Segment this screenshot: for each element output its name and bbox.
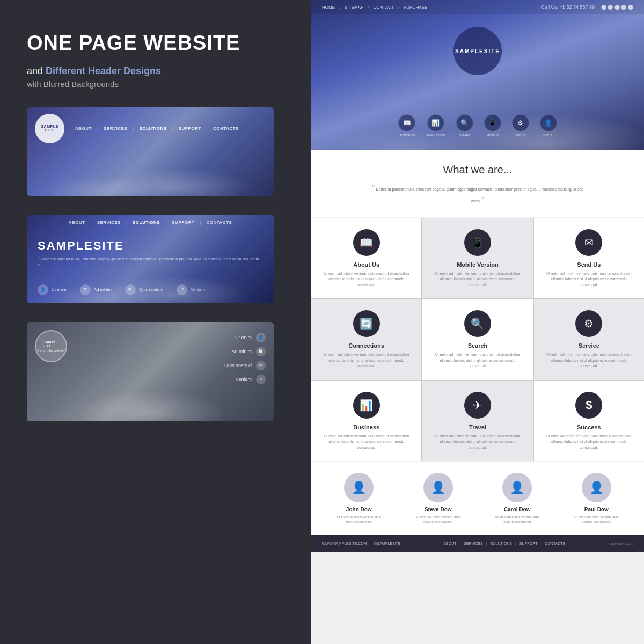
website-logo-text: SAMPLESITE [455, 48, 500, 54]
hero-label-smart: SMART [459, 134, 470, 137]
connections-desc: Ut enim ad minim veniam, quis nostrud ex… [319, 352, 413, 369]
nav-home: HOME [322, 5, 335, 10]
website-footer: WWW.SAMPLESITE.COM | @SAMPLESITE ABOUT |… [311, 535, 644, 552]
card3-nav-right: Ut enim 👤 Ad minim 📋 Quis nostrud ✉ Veni… [224, 333, 266, 384]
website-top-nav: HOME / SITEMAP / CONTACT / PURCHASE Call… [311, 0, 644, 14]
card2-solutions: SOLUTIONS [133, 220, 160, 225]
what-quote: " Donec ut placerat nulla. Praesent sagi… [370, 182, 585, 207]
sendus-desc: Ut enim ad minim veniam, quis nostrud ex… [542, 271, 636, 288]
card3-label-quis: Quis nostrud [224, 363, 252, 368]
hero-icon-marketing: 📊 MARKETING [426, 114, 445, 137]
social-links: ⬤ ⬤ ⬤ ⬤ ⬤ [601, 4, 633, 10]
footer-services: SERVICES [464, 541, 482, 545]
nav-sitemap: SITEMAP [345, 5, 363, 10]
carol-avatar: 👤 [502, 473, 532, 502]
card1-nav-contacts: CONTACTS [213, 126, 239, 131]
steve-avatar: 👤 [423, 473, 453, 502]
service-search: 🔍 Search Ut enim ad minim veniam, quis n… [422, 299, 532, 380]
hero-label-marketing: MARKETING [426, 134, 445, 137]
header-card-2: ABOUT | SERVICES | SOLUTIONS | SUPPORT |… [27, 215, 274, 303]
call-us-text: Call Us: +1 32 34 567 89 [541, 4, 595, 10]
search-desc: Ut enim ad minim veniam, quis nostrud ex… [430, 352, 524, 369]
card2-label-utenim: Ut enim [52, 287, 67, 292]
card1-clouds [27, 153, 274, 196]
paul-desc: Ut enim ad minim veniam, quis nostrud ex… [569, 515, 623, 524]
paul-name: Paul Dow [584, 507, 609, 513]
mobile-name: Mobile Version [457, 261, 499, 268]
service-service: ⚙ Service Ut enim ad minim veniam, quis … [534, 299, 644, 380]
card2-icon-utenim: 👤 Ut enim [38, 284, 67, 295]
team-steve: 👤 Steve Dow Ut enim ad minim veniam, qui… [411, 473, 465, 524]
card1-logo: SAMPLESITE [35, 114, 64, 143]
card3-clouds [27, 378, 274, 421]
service-send-us: ✉ Send Us Ut enim ad minim veniam, quis … [534, 218, 644, 299]
card3-logo-circle: SAMPLESITE A short description [35, 330, 67, 362]
about-name: About Us [353, 261, 379, 268]
social-icon: 👤 [540, 114, 557, 131]
hero-label-media: MEDIA [515, 134, 525, 137]
success-desc: Ut enim ad minim veniam, quis nostrud ex… [542, 434, 636, 451]
open-quote: " [372, 184, 375, 192]
card1-nav: SAMPLESITE ABOUT | SERVICES | SOLUTIONS … [27, 114, 274, 143]
hero-bottom-icons: 📖 UI DESIGN 📊 MARKETING 🔍 SMART 📱 MOBILE… [311, 114, 644, 137]
service-connections: 🔄 Connections Ut enim ad minim veniam, q… [311, 299, 421, 380]
john-name: John Dow [346, 507, 372, 513]
website-logo: SAMPLESITE [453, 27, 502, 75]
sendus-name: Send Us [577, 261, 601, 268]
right-panel: HOME / SITEMAP / CONTACT / PURCHASE Call… [311, 0, 644, 644]
close-quote: " [482, 196, 485, 204]
service-mobile: 📱 Mobile Version Ut enim ad minim veniam… [422, 218, 532, 299]
hero-icon-smart: 🔍 SMART [456, 114, 473, 137]
footer-left-links: WWW.SAMPLESITE.COM | @SAMPLESITE [322, 541, 401, 545]
card2-icon-veniam: ↗ Veniam [177, 284, 205, 295]
card3-nav-quis: Quis nostrud ✉ [224, 361, 266, 370]
steve-desc: Ut enim ad minim veniam, quis nostrud ex… [411, 515, 465, 524]
card3-label-veniam: Veniam [236, 377, 252, 382]
arrow-icon-1: ↗ [177, 284, 187, 295]
main-title: ONE PAGE WEBSITE [27, 32, 274, 55]
hero-label-mobile: MOBILE [486, 134, 499, 137]
card3-label-adminim: Ad minim [231, 349, 252, 354]
left-panel: ONE PAGE WEBSITE and Different Header De… [0, 0, 301, 644]
footer-copyright: Copyright © 2013 [608, 542, 633, 545]
search-icon: 🔍 [456, 114, 473, 131]
subtitle-highlight: Different Header Designs [46, 65, 161, 76]
gear-icon-2: ⚙ [512, 114, 529, 131]
card2-desc: " Donec ut placerat nulla. Praesent sagi… [38, 255, 263, 270]
service-desc: Ut enim ad minim veniam, quis nostrud ex… [542, 352, 636, 369]
card1-nav-links: ABOUT | SERVICES | SOLUTIONS | SUPPORT |… [75, 126, 239, 131]
connections-icon: 🔄 [353, 310, 380, 337]
hero-icon-mobile: 📱 MOBILE [484, 114, 501, 137]
search-service-icon: 🔍 [464, 310, 491, 337]
service-name: Service [579, 342, 599, 349]
subtitle: and Different Header Designs with Blurre… [27, 65, 274, 89]
card2-desc-text: Donec ut placerat nulla. Praesent sagitt… [41, 257, 260, 261]
travel-icon: ✈ [464, 392, 491, 419]
card2-nav: ABOUT | SERVICES | SOLUTIONS | SUPPORT |… [27, 220, 274, 225]
service-about-us: 📖 About Us Ut enim ad minim veniam, quis… [311, 218, 421, 299]
card2-icon-quis: ✉ Quis nostrud [125, 284, 163, 295]
subtitle-line2: with Blurred Backgrounds [27, 79, 274, 89]
footer-solutions: SOLUTIONS [491, 541, 512, 545]
card1-nav-support: SUPPORT [179, 126, 201, 131]
mobile-version-icon: 📱 [464, 229, 491, 256]
footer-support: SUPPORT [519, 541, 538, 545]
card3-nav-utenim: Ut enim 👤 [235, 333, 266, 342]
hero-icon-social: 👤 SOCIAL [540, 114, 557, 137]
arrow-icon-2: ↗ [256, 375, 266, 384]
about-icon: 📖 [353, 229, 380, 256]
what-quote-text: Donec ut placerat nulla. Praesent sagitt… [376, 187, 583, 203]
service-gear-icon: ⚙ [575, 310, 602, 337]
card2-icons-row: 👤 Ut enim ⚙ Ad minim ✉ Quis nostrud ↗ Ve… [38, 284, 263, 295]
header-card-1: SAMPLESITE ABOUT | SERVICES | SOLUTIONS … [27, 107, 274, 196]
bar-chart-icon: 📊 [427, 114, 444, 131]
service-business: 📊 Business Ut enim ad minim veniam, quis… [311, 381, 421, 462]
hero-label-design: UI DESIGN [399, 134, 415, 137]
card2-services: SERVICES [97, 220, 121, 225]
business-name: Business [353, 424, 379, 430]
travel-desc: Ut enim ad minim veniam, quis nostrud ex… [430, 434, 524, 451]
team-john: 👤 John Dow Ut enim ad minim veniam, quis… [332, 473, 386, 524]
mail-icon-2: ✉ [256, 361, 266, 370]
travel-name: Travel [469, 424, 486, 430]
john-avatar: 👤 [344, 473, 374, 502]
